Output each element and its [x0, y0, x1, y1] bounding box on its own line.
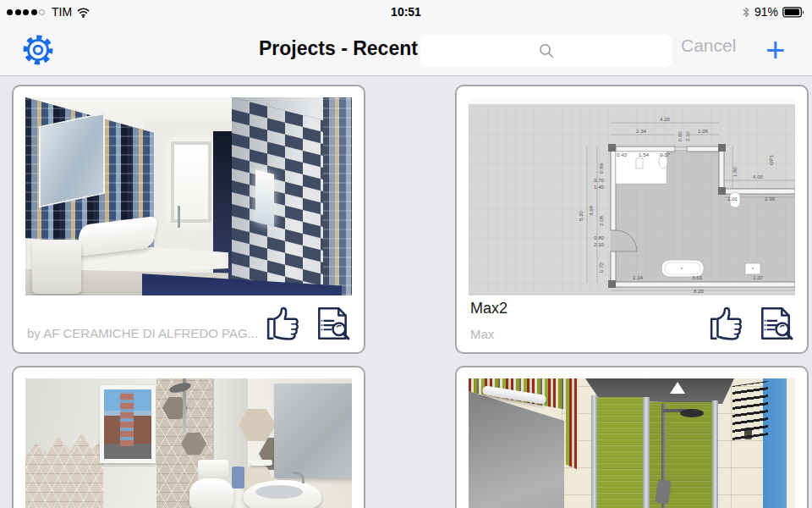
thumbs-up-icon [266, 306, 304, 341]
soap-box [32, 240, 81, 294]
svg-text:1.80: 1.80 [732, 166, 738, 177]
project-details-button[interactable] [313, 306, 352, 344]
svg-text:4.00: 4.00 [753, 174, 764, 179]
svg-text:0.80: 0.80 [594, 235, 605, 240]
project-card-green-shower[interactable] [455, 366, 809, 508]
svg-text:0.89: 0.89 [598, 163, 604, 174]
svg-text:0.70: 0.70 [594, 177, 605, 183]
svg-text:2.37: 2.37 [753, 274, 764, 280]
project-title: Max2 [470, 300, 508, 318]
svg-text:2.10: 2.10 [684, 130, 690, 141]
battery-icon [782, 7, 805, 18]
towel-ladder [732, 381, 768, 440]
sink-basin [255, 485, 303, 499]
glass-door-frame [591, 395, 597, 508]
wifi-icon [76, 7, 91, 18]
right-wall-mosaic-column [323, 97, 352, 295]
soap-shelf [250, 460, 272, 466]
mirror [39, 113, 105, 208]
status-bar: TIM 10:51 91% [0, 0, 812, 24]
clock: 10:51 [0, 5, 812, 19]
ceiling-lamp [670, 382, 685, 394]
document-search-icon [313, 306, 352, 341]
project-thumbnail-render [25, 378, 352, 508]
towel-blue [232, 467, 244, 489]
svg-text:1.54: 1.54 [639, 152, 650, 157]
svg-text:1.40: 1.40 [594, 184, 605, 190]
svg-text:3.68: 3.68 [588, 205, 594, 216]
shower-head [680, 409, 704, 417]
like-button[interactable] [709, 306, 748, 344]
project-details-button[interactable] [756, 306, 795, 344]
svg-text:OP1: OP1 [768, 154, 774, 165]
document-search-icon [756, 306, 795, 341]
right-wall-window-reflection [255, 169, 274, 226]
svg-text:0.37: 0.37 [660, 152, 671, 157]
carrier-label: TIM [52, 5, 72, 19]
battery-percent: 91% [754, 5, 778, 19]
cancel-button[interactable]: Cancel [681, 36, 736, 56]
green-shower-back-panel [595, 397, 645, 508]
floorplan-drawing: 4.202.340.802.101.060.431.540.370.890.70… [469, 97, 795, 295]
settings-button[interactable] [20, 32, 56, 68]
project-card-hex-bathroom[interactable] [12, 366, 365, 508]
svg-text:0.43: 0.43 [617, 152, 628, 157]
gear-icon [22, 34, 54, 66]
project-author-caption: by AF CERAMICHE DI ALFREDO PAG... [27, 326, 258, 340]
page-title: Projects - Recent [259, 37, 418, 60]
project-thumbnail-render [469, 378, 795, 508]
project-thumbnail-render [25, 97, 352, 295]
mirror [469, 391, 564, 508]
svg-text:3.63: 3.63 [692, 274, 703, 280]
svg-text:0.72: 0.72 [598, 262, 604, 273]
project-subtitle: Max [470, 327, 494, 341]
glass-door-frame [643, 397, 650, 508]
toilet [189, 478, 233, 508]
svg-text:8.20: 8.20 [694, 288, 705, 294]
project-card-max2[interactable]: 4.202.340.802.101.060.431.540.370.890.70… [455, 85, 809, 354]
svg-text:2.99: 2.99 [765, 196, 776, 202]
svg-text:0.80: 0.80 [677, 130, 683, 141]
svg-text:2.34: 2.34 [636, 128, 647, 134]
cell-signal-icon [7, 9, 45, 15]
svg-text:1.01: 1.01 [727, 196, 738, 202]
window-building [120, 392, 134, 446]
svg-text:2.08: 2.08 [598, 215, 604, 226]
faucet [178, 206, 180, 228]
mirror [274, 384, 352, 478]
wall-edge-white [787, 378, 795, 508]
glass-door-frame [712, 400, 718, 508]
bluetooth-icon [742, 6, 750, 19]
search-field-wrap [420, 35, 672, 67]
search-input[interactable] [420, 35, 672, 67]
svg-text:1.06: 1.06 [698, 128, 709, 134]
svg-text:4.20: 4.20 [660, 116, 671, 122]
svg-text:5.20: 5.20 [578, 210, 584, 221]
nav-bar: Projects - Recent Cancel + [0, 24, 812, 76]
project-card-af-ceramiche[interactable]: by AF CERAMICHE DI ALFREDO PAG... [12, 85, 365, 354]
svg-text:2.14: 2.14 [633, 274, 644, 280]
add-project-button[interactable]: + [765, 25, 785, 75]
right-wall-tiles [232, 97, 323, 295]
like-button[interactable] [266, 306, 304, 344]
thumbs-up-icon [709, 306, 748, 341]
project-thumbnail-floorplan: 4.202.340.802.101.060.431.540.370.890.70… [469, 97, 795, 295]
svg-text:2.10: 2.10 [594, 241, 605, 247]
